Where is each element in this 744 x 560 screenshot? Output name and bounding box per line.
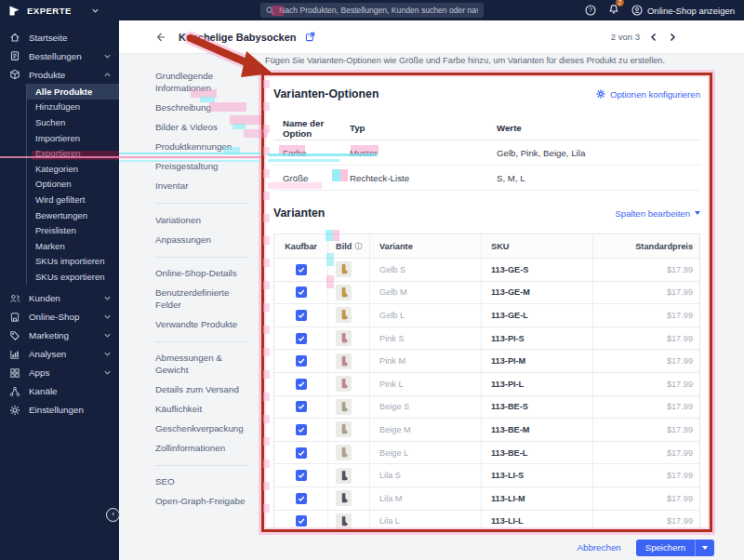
product-nav-item[interactable]: Inventar — [155, 177, 249, 196]
notifications-button[interactable]: 2 — [608, 2, 619, 19]
variant-sku[interactable]: 113-LI-S — [481, 464, 592, 487]
sidebar-collapse-button[interactable]: ‹ — [106, 508, 120, 522]
sidebar-item-bewertungen[interactable]: Bewertungen — [27, 207, 119, 223]
product-nav-item[interactable]: Open-Graph-Freigabe — [155, 492, 249, 512]
variant-thumbnail[interactable] — [336, 353, 352, 369]
kaufbar-checkbox[interactable] — [296, 355, 307, 367]
kaufbar-checkbox[interactable] — [296, 424, 307, 435]
variant-price[interactable]: $17.99 — [592, 511, 699, 533]
variant-price[interactable]: $17.99 — [592, 327, 699, 350]
kaufbar-checkbox[interactable] — [296, 493, 307, 504]
variant-price[interactable]: $17.99 — [592, 259, 699, 281]
back-arrow-icon[interactable] — [154, 32, 166, 43]
variant-thumbnail[interactable] — [336, 421, 352, 437]
variant-sku[interactable]: 113-GE-S — [481, 259, 592, 281]
variant-price[interactable]: $17.99 — [592, 304, 699, 327]
sidebar-item-wird-gefiltert[interactable]: Wird gefiltert — [27, 192, 119, 207]
kaufbar-checkbox[interactable] — [296, 379, 307, 390]
product-nav-item[interactable]: Verwandte Produkte — [155, 315, 249, 335]
pagination-next-icon[interactable] — [668, 33, 677, 42]
variant-price[interactable]: $17.99 — [592, 464, 699, 487]
product-nav-item[interactable]: Variationen — [155, 210, 249, 230]
kaufbar-checkbox[interactable] — [296, 310, 307, 321]
sidebar-item-kategorien[interactable]: Kategorien — [27, 161, 119, 177]
view-storefront-button[interactable]: Online-Shop anzeigen — [631, 5, 735, 16]
variant-price[interactable]: $17.99 — [592, 350, 699, 372]
variant-price[interactable]: $17.99 — [592, 373, 699, 395]
variant-sku[interactable]: 113-BE-L — [481, 442, 592, 464]
sidebar-item-produkte[interactable]: Produkte — [0, 65, 119, 84]
product-nav-item[interactable]: Benutzerdefinierte Felder — [155, 284, 249, 315]
kaufbar-checkbox[interactable] — [296, 470, 307, 481]
sidebar-item-analysen[interactable]: Analysen — [0, 345, 119, 364]
sidebar-item-alle-produkte[interactable]: Alle Produkte — [26, 84, 119, 100]
variant-thumbnail[interactable] — [336, 513, 352, 529]
sidebar-item-apps[interactable]: Apps — [0, 364, 119, 382]
product-nav-item[interactable]: Zollinformationen — [155, 439, 249, 459]
kaufbar-checkbox[interactable] — [296, 401, 307, 412]
cancel-button[interactable]: Abbrechen — [577, 542, 620, 553]
product-nav-item[interactable]: Beschreibung — [155, 99, 249, 118]
sidebar-item-kanaele[interactable]: Kanäle — [0, 382, 119, 401]
product-nav-item[interactable]: Abmessungen & Gewicht — [155, 349, 249, 380]
variant-price[interactable]: $17.99 — [592, 396, 699, 419]
sidebar-item-optionen[interactable]: Optionen — [27, 177, 119, 193]
product-nav-item[interactable]: Bilder & Videos — [155, 118, 249, 138]
variant-thumbnail[interactable] — [336, 376, 352, 392]
store-switcher[interactable]: EXPERTE — [0, 5, 119, 17]
variant-sku[interactable]: 113-BE-M — [481, 419, 592, 441]
variant-sku[interactable]: 113-GE-L — [481, 304, 592, 327]
info-icon[interactable] — [354, 242, 363, 250]
variant-sku[interactable]: 113-PI-L — [481, 373, 592, 395]
sidebar-item-preislisten[interactable]: Preislisten — [27, 222, 119, 238]
sidebar-item-exportieren[interactable]: Exportieren — [27, 145, 119, 161]
product-nav-item[interactable]: Grundlegende Informationen — [155, 67, 249, 99]
product-nav-item[interactable]: Details zum Versand — [155, 380, 249, 400]
search-input[interactable] — [279, 6, 478, 15]
sidebar-item-einstellungen[interactable]: Einstellungen — [0, 401, 119, 420]
variant-sku[interactable]: 113-LI-M — [481, 487, 592, 510]
variant-thumbnail[interactable] — [336, 285, 352, 300]
kaufbar-checkbox[interactable] — [296, 515, 307, 527]
kaufbar-checkbox[interactable] — [296, 264, 307, 275]
variant-thumbnail[interactable] — [336, 307, 352, 323]
save-button[interactable]: Speichern — [636, 540, 714, 556]
sidebar-item-startseite[interactable]: Startseite — [0, 28, 119, 47]
variant-sku[interactable]: 113-GE-M — [481, 282, 592, 304]
product-nav-item[interactable]: Produktkennungen — [155, 138, 249, 157]
variant-sku[interactable]: 113-PI-M — [481, 350, 592, 372]
variant-price[interactable]: $17.99 — [592, 419, 699, 441]
variant-thumbnail[interactable] — [336, 261, 352, 277]
variant-price[interactable]: $17.99 — [592, 442, 699, 464]
sidebar-item-online-shop[interactable]: Online-Shop — [0, 308, 119, 327]
global-search[interactable] — [260, 3, 484, 18]
variant-thumbnail[interactable] — [336, 445, 352, 460]
product-nav-item[interactable]: Käuflichkeit — [155, 400, 249, 420]
variant-sku[interactable]: 113-LI-L — [481, 511, 592, 533]
variant-sku[interactable]: 113-PI-S — [481, 327, 592, 350]
product-nav-item[interactable]: Online-Shop-Details — [155, 264, 249, 284]
kaufbar-checkbox[interactable] — [296, 447, 307, 459]
variant-thumbnail[interactable] — [336, 490, 352, 506]
sidebar-item-importieren[interactable]: Importieren — [27, 130, 119, 146]
kaufbar-checkbox[interactable] — [296, 287, 307, 298]
variant-thumbnail[interactable] — [336, 330, 352, 346]
variant-thumbnail[interactable] — [336, 468, 352, 484]
edit-columns-button[interactable]: Spalten bearbeiten — [615, 208, 700, 219]
variant-sku[interactable]: 113-BE-S — [481, 396, 592, 419]
sidebar-item-marken[interactable]: Marken — [27, 238, 119, 254]
help-icon[interactable]: ? — [585, 5, 596, 16]
variant-thumbnail[interactable] — [336, 399, 352, 415]
sidebar-item-suchen[interactable]: Suchen — [27, 114, 119, 130]
pagination-prev-icon[interactable] — [649, 33, 658, 42]
sidebar-item-hinzuf-gen[interactable]: Hinzufügen — [27, 100, 119, 115]
product-nav-item[interactable]: Anpassungen — [155, 231, 249, 250]
variant-price[interactable]: $17.99 — [592, 487, 699, 510]
external-link-icon[interactable] — [305, 32, 315, 42]
product-nav-item[interactable]: SEO — [155, 473, 249, 492]
product-nav-item[interactable]: Preisgestaltung — [155, 157, 249, 177]
configure-options-button[interactable]: Optionen konfigurieren — [596, 89, 700, 100]
sidebar-item-skus-exportieren[interactable]: SKUs exportieren — [27, 269, 119, 285]
variant-price[interactable]: $17.99 — [592, 282, 699, 304]
kaufbar-checkbox[interactable] — [296, 333, 307, 344]
